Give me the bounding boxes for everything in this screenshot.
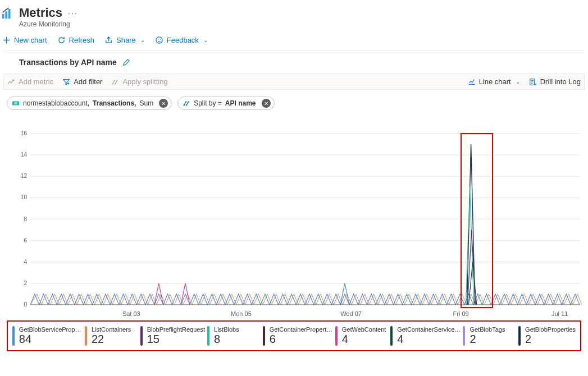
query-pills: normestablobaccount, Transactions, Sum ✕… [3, 90, 585, 112]
x-axis-tick: Sat 03 [122, 310, 140, 317]
svg-text:0: 0 [24, 301, 27, 308]
chart-card: Transactions by API name Add metric Add … [3, 51, 585, 351]
svg-text:8: 8 [24, 216, 27, 222]
add-metric-button[interactable]: Add metric [7, 77, 53, 86]
plus-icon [2, 36, 11, 44]
metric-pill-agg: Sum [139, 99, 153, 107]
legend-color-swatch [140, 326, 143, 346]
legend-color-swatch [263, 326, 265, 346]
svg-text:10: 10 [21, 194, 28, 200]
legend-series-name: GetContainerServiceM... [397, 326, 461, 333]
x-axis-labels: Sat 03Mon 05Wed 07Fri 09Jul 11 [27, 310, 579, 319]
svg-point-13 [184, 104, 185, 106]
sparkle-icon [7, 78, 15, 86]
logs-icon [529, 78, 537, 86]
legend-item[interactable]: GetContainerServiceM...4 [390, 326, 461, 346]
filter-icon [62, 78, 70, 86]
legend-item[interactable]: ListContainers22 [85, 326, 138, 346]
x-axis-tick: Fri 09 [453, 310, 469, 317]
svg-point-9 [117, 80, 118, 81]
legend-color-swatch [335, 326, 338, 346]
chevron-down-icon: ⌄ [140, 37, 145, 43]
svg-rect-0 [2, 14, 4, 19]
svg-point-8 [115, 80, 116, 81]
svg-text:16: 16 [21, 130, 28, 136]
metrics-icon [1, 8, 13, 20]
x-axis-tick: Jul 11 [551, 310, 568, 317]
split-pill[interactable]: Split by = API name ✕ [177, 97, 274, 110]
command-bar: New chart Refresh Share ⌄ Feedback ⌄ [0, 33, 588, 51]
legend-color-swatch [390, 326, 393, 346]
legend-series-name: BlobPreflightRequest [147, 326, 205, 333]
chart-toolbar: Add metric Add filter Apply splitting Li… [3, 74, 585, 90]
smiley-icon [155, 36, 163, 44]
svg-text:14: 14 [21, 152, 28, 158]
legend-color-swatch [85, 326, 87, 346]
share-icon [104, 36, 113, 44]
legend-item[interactable]: BlobPreflightRequest15 [140, 326, 205, 346]
svg-point-15 [185, 101, 186, 102]
new-chart-button[interactable]: New chart [2, 36, 47, 44]
legend-series-value: 84 [19, 333, 83, 346]
legend-item[interactable]: GetBlobServiceProper...84 [12, 326, 83, 346]
feedback-button[interactable]: Feedback ⌄ [155, 36, 208, 44]
metric-pill-name: Transactions, [93, 99, 136, 107]
metric-pill[interactable]: normestablobaccount, Transactions, Sum ✕ [7, 97, 172, 110]
legend-series-value: 15 [147, 333, 205, 346]
svg-point-4 [158, 39, 159, 40]
legend-color-swatch [12, 326, 15, 346]
svg-point-16 [188, 101, 189, 102]
share-button[interactable]: Share ⌄ [104, 36, 145, 44]
svg-point-5 [159, 39, 161, 40]
refresh-icon [57, 36, 66, 44]
legend-item[interactable]: GetBlobProperties2 [518, 326, 576, 346]
legend-color-swatch [207, 326, 209, 346]
legend-item[interactable]: GetBlobTags2 [463, 326, 516, 346]
legend-row: GetBlobServiceProper...84ListContainers2… [7, 320, 581, 351]
drill-into-logs-button[interactable]: Drill into Log [529, 77, 581, 86]
legend-series-name: GetBlobTags [470, 326, 505, 333]
svg-text:2: 2 [24, 280, 27, 286]
svg-text:6: 6 [24, 237, 27, 244]
svg-point-6 [112, 83, 113, 84]
page-title: Metrics [19, 6, 62, 20]
legend-color-swatch [518, 326, 521, 346]
legend-series-value: 2 [525, 333, 576, 346]
legend-series-name: GetBlobServiceProper... [19, 326, 83, 333]
svg-rect-12 [14, 102, 17, 104]
page-subtitle: Azure Monitoring [19, 20, 78, 28]
svg-rect-1 [5, 11, 7, 19]
resource-icon [12, 99, 20, 107]
chart-title: Transactions by API name [19, 58, 117, 67]
legend-series-name: ListBlobs [214, 326, 239, 333]
line-chart[interactable]: 0246810121416 [7, 122, 585, 310]
legend-series-value: 6 [270, 333, 333, 346]
split-pill-value: API name [225, 99, 256, 107]
svg-text:12: 12 [21, 173, 28, 179]
refresh-button[interactable]: Refresh [57, 36, 95, 44]
legend-series-name: GetBlobProperties [525, 326, 576, 333]
legend-item[interactable]: GetWebContent4 [335, 326, 389, 346]
legend-series-value: 2 [470, 333, 505, 346]
legend-series-name: GetContainerProperties [270, 326, 333, 333]
legend-color-swatch [463, 326, 465, 346]
chevron-down-icon: ⌄ [203, 37, 208, 43]
split-pill-icon [183, 99, 190, 107]
split-icon [111, 78, 119, 86]
apply-splitting-button[interactable]: Apply splitting [111, 77, 167, 86]
legend-item[interactable]: ListBlobs8 [207, 326, 261, 346]
legend-series-name: GetWebContent [342, 326, 386, 333]
svg-point-7 [115, 83, 116, 84]
x-axis-tick: Wed 07 [340, 310, 362, 317]
legend-series-value: 4 [397, 333, 461, 346]
remove-pill-button[interactable]: ✕ [159, 99, 168, 108]
edit-icon[interactable] [122, 58, 130, 66]
remove-pill-button[interactable]: ✕ [262, 99, 271, 108]
legend-series-value: 4 [342, 333, 386, 346]
add-filter-button[interactable]: Add filter [62, 77, 102, 86]
more-menu[interactable]: ··· [68, 8, 78, 17]
chart-area: 0246810121416 [7, 122, 581, 310]
legend-series-value: 8 [214, 333, 239, 346]
chart-type-button[interactable]: Line chart ⌄ [468, 77, 520, 86]
legend-item[interactable]: GetContainerProperties6 [263, 326, 333, 346]
